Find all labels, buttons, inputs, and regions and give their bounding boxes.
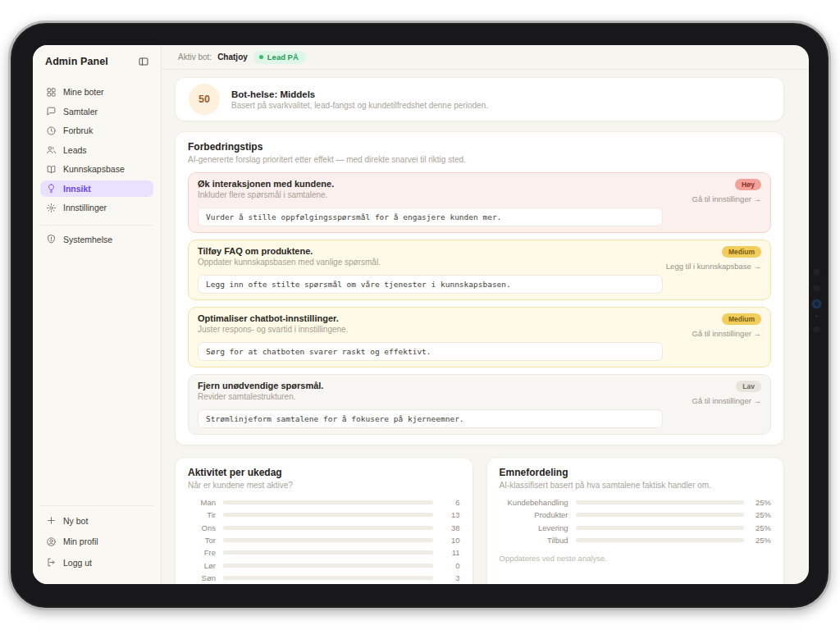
bar-track xyxy=(576,513,745,517)
bar-value: 25% xyxy=(751,523,771,532)
topic-row-produkter: Produkter25% xyxy=(500,509,772,521)
plus-icon xyxy=(46,515,57,526)
bar-value: 11 xyxy=(441,548,460,557)
sidebar-item-kunnskapsbase[interactable]: Kunnskapsbase xyxy=(40,161,153,177)
activity-chart-rows: Man6Tir13Ons38Tor10Fre11Lør0Søn3 xyxy=(188,496,460,584)
sidebar-item-logg-ut[interactable]: Logg ut xyxy=(40,554,153,572)
sidebar-item-min-profil[interactable]: Min profil xyxy=(40,532,153,550)
tip-subtitle: Oppdater kunnskapsbasen med vanlige spør… xyxy=(198,258,663,267)
tips-list: Øk interaksjonen med kundene.Inkluder fl… xyxy=(188,172,771,435)
topbar: Aktiv bot: Chatjoy Lead PÅ xyxy=(162,45,809,70)
sidebar-item-label: Mine boter xyxy=(63,87,104,97)
tip-text: Tilføy FAQ om produktene.Oppdater kunnsk… xyxy=(198,246,663,271)
sidebar-item-mine-boter[interactable]: Mine boter xyxy=(40,84,153,100)
lead-status-badge: Lead PÅ xyxy=(253,51,306,64)
sidebar-item-forbruk[interactable]: Forbruk xyxy=(40,122,153,139)
sidebar-item-systemhelse[interactable]: Systemhelse xyxy=(40,231,153,248)
weekday-row-man: Man6 xyxy=(188,496,460,509)
health-subtitle: Basert på svarkvalitet, lead-fangst og k… xyxy=(231,101,488,110)
sidebar-item-label: Leads xyxy=(63,145,87,155)
tip-text: Optimaliser chatbot-innstillinger.Juster… xyxy=(198,313,663,338)
sidebar-toggle-icon[interactable] xyxy=(138,56,149,67)
sidebar-item-innsikt[interactable]: Innsikt xyxy=(40,180,153,197)
bar-label: Tor xyxy=(188,536,216,545)
sidebar-spacer xyxy=(33,250,161,500)
sidebar-nav-main: Mine boterSamtalerForbrukLeadsKunnskapsb… xyxy=(33,84,161,219)
shield-icon xyxy=(46,234,57,244)
sidebar-divider xyxy=(40,505,153,506)
tips-subtitle: AI-genererte forslag prioritert etter ef… xyxy=(188,155,771,164)
tip-suggestion-snippet: Vurder å stille oppfølgingsspørsmål for … xyxy=(198,208,663,226)
tip-text: Fjern unødvendige spørsmål.Revider samta… xyxy=(198,381,663,405)
sidebar-item-leads[interactable]: Leads xyxy=(40,142,153,158)
camera-lens-icon xyxy=(812,325,821,334)
tip-subtitle: Inkluder flere spørsmål i samtalene. xyxy=(198,190,663,200)
app-title: Admin Panel xyxy=(45,56,108,67)
tip-shortcut-link[interactable]: Gå til innstillinger → xyxy=(692,329,761,338)
tip-actions: MediumGå til innstillinger → xyxy=(663,313,761,338)
tablet-camera-cluster xyxy=(809,267,824,334)
tip-title: Fjern unødvendige spørsmål. xyxy=(198,381,663,391)
sidebar-header: Admin Panel xyxy=(33,45,161,75)
bar-label: Søn xyxy=(188,573,216,582)
sidebar-item-label: Systemhelse xyxy=(63,235,112,244)
bar-value: 25% xyxy=(751,510,771,519)
tip-shortcut-link[interactable]: Gå til innstillinger → xyxy=(692,396,761,405)
priority-badge: Medium xyxy=(722,246,761,258)
logout-icon xyxy=(46,557,57,568)
health-score: 50 xyxy=(189,84,220,115)
sidebar-item-label: Logg ut xyxy=(63,558,92,568)
sidebar-nav-secondary: Systemhelse xyxy=(33,231,161,251)
bar-track xyxy=(223,576,433,580)
bar-track xyxy=(223,513,433,517)
sidebar-item-label: Kunnskapsbase xyxy=(63,164,125,174)
bar-track xyxy=(223,526,433,530)
tip-card-k-interaksjonen-med-kundene: Øk interaksjonen med kundene.Inkluder fl… xyxy=(188,172,771,233)
sidebar-item-label: Innstillinger xyxy=(63,203,107,212)
sidebar-item-innstillinger[interactable]: Innstillinger xyxy=(40,199,153,216)
tip-card-fjern-un-dvendige-sp-rsm-l: Fjern unødvendige spørsmål.Revider samta… xyxy=(188,374,771,435)
sidebar-item-samtaler[interactable]: Samtaler xyxy=(40,103,153,120)
tip-card-optimaliser-chatbot-innstillinger: Optimaliser chatbot-innstillinger.Juster… xyxy=(188,307,771,368)
tip-subtitle: Revider samtalestrukturen. xyxy=(198,392,663,402)
chat-bubble-icon xyxy=(46,106,57,116)
tip-actions: LavGå til innstillinger → xyxy=(663,381,761,405)
bar-label: Ons xyxy=(188,523,216,532)
bar-value: 38 xyxy=(441,523,460,532)
tablet-frame: Admin Panel Mine boterSamtalerForbrukLea… xyxy=(8,21,831,610)
tip-shortcut-link[interactable]: Legg til i kunnskapsbase → xyxy=(666,262,761,271)
camera-glass-icon xyxy=(813,300,820,308)
health-text: Bot-helse: Middels Basert på svarkvalite… xyxy=(231,89,488,110)
lightbulb-icon xyxy=(46,183,57,194)
page: Admin Panel Mine boterSamtalerForbrukLea… xyxy=(0,0,840,630)
tip-suggestion-snippet: Sørg for at chatboten svarer raskt og ef… xyxy=(198,342,663,361)
bot-health-card: 50 Bot-helse: Middels Basert på svarkval… xyxy=(175,77,784,121)
topics-chart-card: Emnefordeling AI-klassifisert basert på … xyxy=(486,457,785,584)
tip-shortcut-link[interactable]: Gå til innstillinger → xyxy=(692,194,761,203)
health-title: Bot-helse: Middels xyxy=(231,89,488,99)
topic-row-tilbud: Tilbud25% xyxy=(500,534,772,546)
bots-grid-icon xyxy=(46,87,57,98)
camera-lens-icon xyxy=(812,284,821,293)
bar-value: 25% xyxy=(751,498,771,507)
topics-chart-title: Emnefordeling xyxy=(500,467,772,478)
tip-subtitle: Juster respons- og svartid i innstilling… xyxy=(198,325,663,335)
bar-label: Fre xyxy=(188,548,216,557)
tip-actions: HøyGå til innstillinger → xyxy=(663,179,761,203)
tip-title: Tilføy FAQ om produktene. xyxy=(198,246,663,257)
gear-icon xyxy=(46,203,57,213)
sidebar-nav-footer: Ny botMin profilLogg ut xyxy=(33,512,161,585)
users-icon xyxy=(46,144,57,155)
active-bot-label: Aktiv bot: xyxy=(178,52,212,62)
bar-label: Produkter xyxy=(500,510,568,519)
bar-track xyxy=(576,538,745,542)
bar-value: 13 xyxy=(441,510,460,519)
priority-badge: Høy xyxy=(735,179,761,190)
tip-text: Øk interaksjonen med kundene.Inkluder fl… xyxy=(198,179,663,203)
bar-value: 10 xyxy=(441,536,460,545)
topics-chart-subtitle: AI-klassifisert basert på hva samtalene … xyxy=(500,481,772,490)
user-circle-icon xyxy=(46,536,57,547)
tips-title: Forbedringstips xyxy=(188,141,771,153)
clock-icon xyxy=(46,126,57,136)
sidebar-item-ny-bot[interactable]: Ny bot xyxy=(40,512,153,530)
